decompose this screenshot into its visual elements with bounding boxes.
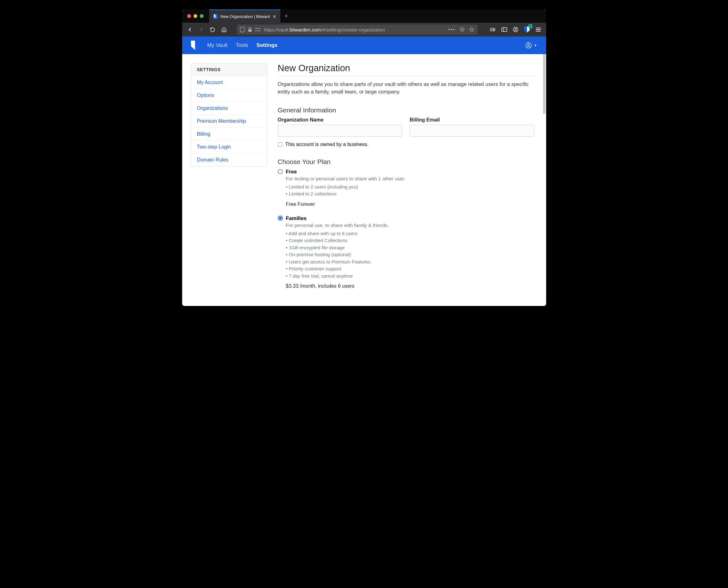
billing-email-input[interactable] (410, 125, 534, 136)
sidebar-item-organizations[interactable]: Organizations (191, 102, 267, 114)
sidebar-item-domain-rules[interactable]: Domain Rules (191, 153, 267, 166)
plan-radio-families[interactable] (278, 216, 283, 220)
main-content: New Organization Organizations allow you… (278, 63, 537, 297)
bitwarden-logo-icon (191, 41, 199, 50)
business-owned-label: This account is owned by a business. (285, 142, 369, 147)
settings-sidebar: SETTINGS My AccountOptionsOrganizationsP… (191, 63, 267, 297)
sidebar-item-my-account[interactable]: My Account (191, 76, 267, 89)
plan-feature: • Limited to 2 collections (286, 190, 534, 198)
nav-item-tools[interactable]: Tools (236, 42, 248, 48)
label-billing-email: Billing Email (410, 117, 534, 123)
plan-subtitle: For testing or personal users to share w… (286, 176, 534, 182)
plan-feature: • Users get access to Premium Features (286, 258, 534, 266)
page-lead: Organizations allow you to share parts o… (278, 81, 534, 96)
app-header: My VaultToolsSettings ▼ (182, 37, 546, 54)
svg-rect-2 (257, 28, 261, 29)
maximize-window-icon[interactable] (200, 14, 203, 18)
main-nav: My VaultToolsSettings (207, 42, 278, 48)
sidebar-item-premium-membership[interactable]: Premium Membership (191, 114, 267, 127)
svg-point-1 (255, 28, 257, 29)
account-menu[interactable]: ▼ (525, 42, 537, 49)
plan-radio-free[interactable] (278, 169, 283, 174)
plan-name: Free (286, 169, 297, 175)
back-button[interactable] (185, 25, 195, 34)
business-owned-checkbox[interactable] (278, 142, 282, 147)
bookmark-star-icon[interactable] (469, 27, 475, 33)
plan-feature: • Priority customer support (286, 265, 534, 273)
label-organization-name: Organization Name (278, 117, 402, 123)
menu-button[interactable] (534, 25, 543, 34)
plan-feature: • Limited to 2 users (including you) (286, 184, 534, 191)
nav-item-settings[interactable]: Settings (257, 42, 278, 48)
nav-item-my-vault[interactable]: My Vault (207, 42, 228, 48)
plan-feature: • 1GB encrypted file storage (286, 244, 534, 252)
minimize-window-icon[interactable] (194, 14, 197, 18)
plan-subtitle: For personal use, to share with family &… (286, 223, 534, 228)
svg-rect-5 (502, 28, 507, 32)
window-controls[interactable] (187, 14, 203, 18)
lock-icon (248, 27, 252, 32)
section-plan-heading: Choose Your Plan (278, 158, 534, 166)
page-body: SETTINGS My AccountOptionsOrganizationsP… (182, 54, 546, 306)
svg-point-9 (528, 44, 529, 46)
account-icon[interactable] (511, 25, 520, 34)
home-button[interactable] (219, 25, 229, 34)
new-tab-button[interactable]: + (280, 13, 292, 20)
url-text: https://vault.bitwarden.com/#/settings/c… (264, 27, 385, 33)
browser-tabbar: New Organization | Bitwarden V ✕ + (182, 9, 546, 23)
library-icon[interactable] (488, 25, 498, 34)
user-icon (525, 42, 532, 49)
bitwarden-favicon-icon (213, 14, 218, 19)
plan-price: $3.33 /month, includes 6 users (286, 283, 534, 289)
sidebar-item-options[interactable]: Options (191, 89, 267, 102)
plan-free: FreeFor testing or personal users to sha… (278, 169, 534, 207)
page-title: New Organization (278, 63, 534, 76)
sidebar-icon[interactable] (500, 25, 509, 34)
svg-point-3 (255, 30, 257, 31)
address-bar[interactable]: https://vault.bitwarden.com/#/settings/c… (237, 24, 478, 35)
bitwarden-extension-icon[interactable]: 1 (522, 25, 532, 34)
forward-button[interactable] (197, 25, 206, 34)
close-window-icon[interactable] (187, 14, 191, 18)
svg-point-7 (515, 28, 516, 29)
more-icon[interactable]: ••• (448, 27, 456, 33)
plan-families: FamiliesFor personal use, to share with … (278, 215, 534, 289)
section-general-heading: General Information (278, 106, 534, 114)
browser-window: New Organization | Bitwarden V ✕ + https… (182, 9, 546, 306)
plan-price: Free Forever (286, 202, 534, 207)
sidebar-item-billing[interactable]: Billing (191, 127, 267, 140)
tab-title: New Organization | Bitwarden V (221, 14, 270, 19)
sidebar-heading: SETTINGS (191, 63, 267, 76)
shield-icon (240, 27, 245, 33)
permissions-icon (255, 27, 261, 32)
plan-feature: • Add and share with up to 6 users (286, 230, 534, 237)
plan-feature: • On-premise hosting (optional) (286, 251, 534, 258)
scrollbar[interactable] (542, 54, 546, 306)
organization-name-input[interactable] (278, 125, 402, 136)
caret-down-icon: ▼ (534, 43, 537, 47)
plan-feature: • Create unlimited Collections (286, 237, 534, 244)
plan-feature: • 7 day free trial, cancel anytime (286, 273, 534, 280)
sidebar-item-two-step-login[interactable]: Two-step Login (191, 140, 267, 153)
plan-name: Families (286, 215, 307, 221)
svg-rect-4 (257, 30, 261, 31)
pocket-icon[interactable] (459, 27, 465, 33)
svg-rect-0 (248, 29, 252, 32)
reload-button[interactable] (208, 25, 217, 34)
browser-tab[interactable]: New Organization | Bitwarden V ✕ (209, 9, 280, 23)
close-tab-icon[interactable]: ✕ (272, 14, 277, 19)
browser-toolbar: https://vault.bitwarden.com/#/settings/c… (182, 23, 546, 37)
